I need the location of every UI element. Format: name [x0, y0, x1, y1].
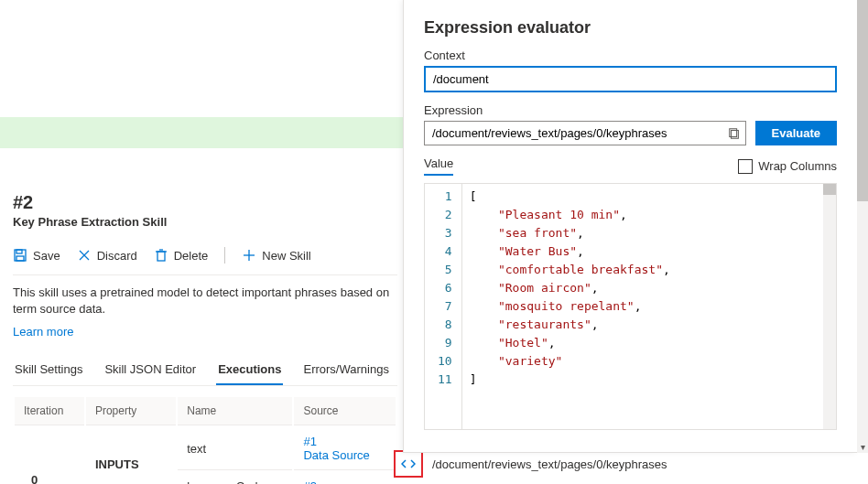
col-name: Name: [178, 397, 292, 425]
tab-skill-settings[interactable]: Skill Settings: [13, 355, 84, 385]
col-iteration: Iteration: [15, 397, 84, 425]
skill-title: Key Phrase Extraction Skill: [13, 215, 397, 229]
svg-rect-5: [157, 252, 165, 261]
copy-icon[interactable]: [728, 127, 741, 140]
result-code-viewer[interactable]: 1234567891011 [ "Pleasant 10 min", "sea …: [424, 183, 837, 430]
expression-label: Expression: [424, 103, 837, 117]
skill-description: This skill uses a pretrained model to de…: [13, 285, 397, 317]
discard-label: Discard: [97, 249, 137, 263]
learn-more-link[interactable]: Learn more: [13, 325, 73, 339]
expression-input[interactable]: [424, 121, 746, 145]
skill-tabs: Skill Settings Skill JSON Editor Executi…: [13, 355, 397, 386]
tab-errors[interactable]: Errors/Warnings: [301, 355, 390, 385]
code-content: [ "Pleasant 10 min", "sea front", "Water…: [462, 184, 836, 429]
tab-json-editor[interactable]: Skill JSON Editor: [103, 355, 198, 385]
scroll-down-icon[interactable]: ▾: [857, 440, 868, 453]
output-expression-path: /document/reviews_text/pages/0/keyphrase…: [432, 457, 667, 471]
trash-icon: [154, 248, 168, 263]
executions-table: Iteration Property Name Source 0 INPUTS …: [13, 395, 397, 484]
scrollbar-thumb[interactable]: [857, 0, 868, 201]
close-icon: [77, 248, 92, 263]
code-scrollbar[interactable]: [823, 184, 836, 429]
tab-executions[interactable]: Executions: [216, 355, 283, 385]
line-number-gutter: 1234567891011: [425, 184, 462, 429]
table-row: 0 INPUTS text #1 Data Source: [15, 427, 396, 470]
new-skill-button[interactable]: New Skill: [242, 248, 310, 263]
toolbar-separator: [224, 247, 225, 264]
skill-number: #2: [13, 192, 397, 213]
col-source: Source: [294, 397, 396, 425]
row-text-source: #1 Data Source: [294, 427, 396, 470]
svg-rect-1: [16, 250, 22, 253]
save-icon: [13, 248, 27, 263]
checkbox-icon: [738, 159, 753, 174]
row-lang-name: languageCode: [178, 472, 292, 484]
value-tab[interactable]: Value: [424, 156, 453, 176]
code-icon[interactable]: [401, 457, 416, 471]
plus-icon: [242, 248, 256, 263]
wrap-columns-toggle[interactable]: Wrap Columns: [738, 159, 837, 174]
discard-button[interactable]: Discard: [77, 248, 137, 263]
expression-evaluator-panel: Expression evaluator Context Expression …: [403, 0, 857, 453]
wrap-columns-label: Wrap Columns: [758, 159, 837, 173]
evaluator-title: Expression evaluator: [424, 18, 837, 38]
context-input[interactable]: [424, 66, 837, 92]
delete-label: Delete: [174, 249, 209, 263]
expression-icon-highlight: [394, 450, 423, 478]
table-header-row: Iteration Property Name Source: [15, 397, 396, 425]
evaluate-button[interactable]: Evaluate: [755, 121, 837, 145]
source-link-data[interactable]: Data Source: [303, 448, 369, 462]
skill-toolbar: Save Discard Delete New Skill: [13, 242, 397, 275]
iteration-value: 0: [15, 427, 84, 484]
context-label: Context: [424, 48, 837, 62]
success-banner: [0, 117, 403, 148]
row-text-name: text: [178, 427, 292, 470]
source-link-1[interactable]: #1: [303, 435, 316, 448]
svg-rect-2: [16, 256, 24, 261]
skill-detail-panel: #2 Key Phrase Extraction Skill Save Disc…: [13, 192, 397, 484]
new-skill-label: New Skill: [262, 249, 310, 263]
col-property: Property: [86, 397, 176, 425]
save-button[interactable]: Save: [13, 248, 60, 263]
source-link-3[interactable]: #3: [303, 479, 316, 484]
property-inputs: INPUTS: [86, 427, 176, 484]
save-label: Save: [33, 249, 60, 263]
delete-button[interactable]: Delete: [154, 248, 209, 263]
panel-scrollbar[interactable]: ▾: [857, 0, 868, 453]
